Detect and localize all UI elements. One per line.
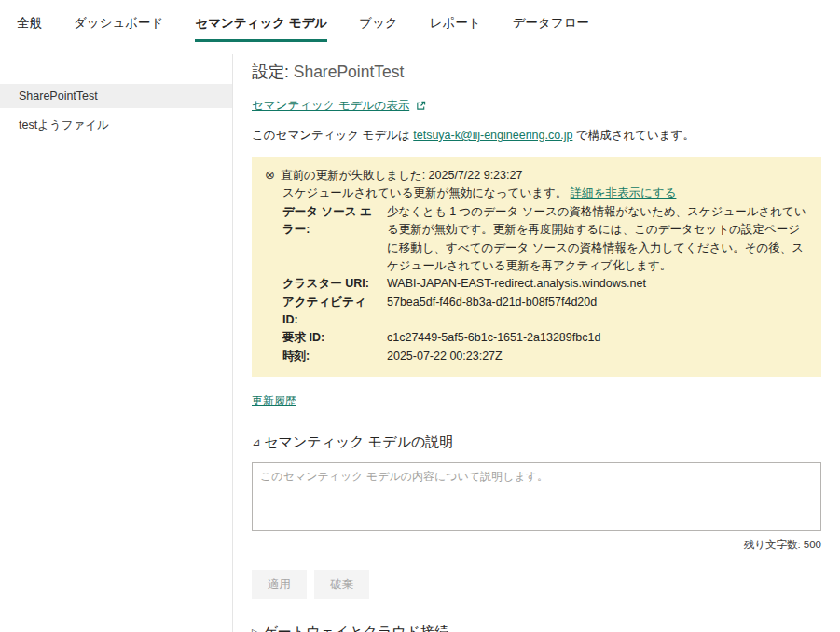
tab-semantic-models[interactable]: セマンティック モデル xyxy=(195,15,327,42)
tab-workbooks[interactable]: ブック xyxy=(359,15,397,42)
section-title-gateway: ゲートウェイとクラウド接続 xyxy=(263,624,448,632)
tab-general[interactable]: 全般 xyxy=(17,15,42,42)
configured-by-text: このセマンティック モデルは tetsuya-k@iij-engineering… xyxy=(252,128,821,144)
discard-button[interactable]: 破棄 xyxy=(314,570,369,599)
page-title: 設定: SharePointTest xyxy=(252,61,821,83)
external-link-icon xyxy=(416,101,426,111)
sidebar-item-testfile[interactable]: testようファイル xyxy=(0,112,232,139)
detail-label: クラスター URI: xyxy=(282,275,387,293)
refresh-history-link[interactable]: 更新履歴 xyxy=(252,393,296,409)
description-actions: 適用 破棄 xyxy=(252,570,821,599)
tab-dashboards[interactable]: ダッシュボード xyxy=(74,15,163,42)
detail-label: 時刻: xyxy=(282,348,387,365)
sidebar-item-sharepointtest[interactable]: SharePointTest xyxy=(0,84,232,108)
detail-value: 2025-07-22 00:23:27Z xyxy=(387,348,808,365)
settings-pane: 設定: SharePointTest セマンティック モデルの表示 このセマンテ… xyxy=(233,54,840,632)
owner-email-link[interactable]: tetsuya-k@iij-engineering.co.jp xyxy=(413,129,572,142)
detail-label: 要求 ID: xyxy=(282,329,387,347)
view-model-row: セマンティック モデルの表示 xyxy=(252,98,821,114)
refresh-disabled-line: スケジュールされている更新が無効になっています。 詳細を非表示にする xyxy=(282,185,808,202)
refresh-failure-warning: ⊗ 直前の更新が失敗しました: 2025/7/22 9:23:27 スケジュール… xyxy=(252,157,821,377)
section-title-description: セマンティック モデルの説明 xyxy=(264,433,453,451)
model-list-sidebar: SharePointTest testようファイル xyxy=(0,54,233,632)
detail-value: c1c27449-5af5-6b1c-1651-2a13289fbc1d xyxy=(387,329,808,347)
chevron-expanded-icon: ⊿ xyxy=(252,436,260,448)
configured-by-suffix: で構成されています。 xyxy=(572,129,695,142)
error-circle-icon: ⊗ xyxy=(265,166,275,185)
section-header-description[interactable]: ⊿ セマンティック モデルの説明 xyxy=(252,433,821,451)
detail-value: 少なくとも 1 つのデータ ソースの資格情報がないため、スケジュールされている更… xyxy=(387,203,808,276)
detail-value: WABI-JAPAN-EAST-redirect.analysis.window… xyxy=(387,275,808,293)
apply-button[interactable]: 適用 xyxy=(252,570,307,599)
refresh-disabled-text: スケジュールされている更新が無効になっています。 xyxy=(282,186,567,199)
page-title-prefix: 設定: xyxy=(252,62,294,81)
chevron-collapsed-icon: ▷ xyxy=(252,626,259,632)
detail-label: アクティビティ ID: xyxy=(282,294,387,330)
refresh-error-details: データ ソース エラー: 少なくとも 1 つのデータ ソースの資格情報がないため… xyxy=(282,203,808,365)
tab-reports[interactable]: レポート xyxy=(430,15,481,42)
detail-label: データ ソース エラー: xyxy=(282,203,387,276)
page-title-model-name: SharePointTest xyxy=(294,62,405,81)
hide-details-link[interactable]: 詳細を非表示にする xyxy=(571,186,677,199)
description-input[interactable] xyxy=(252,462,821,531)
content-area: SharePointTest testようファイル 設定: SharePoint… xyxy=(0,54,840,632)
section-header-gateway[interactable]: ▷ ゲートウェイとクラウド接続 xyxy=(252,624,821,632)
settings-tabbar: 全般 ダッシュボード セマンティック モデル ブック レポート データフロー xyxy=(0,0,840,42)
refresh-failure-line1: ⊗ 直前の更新が失敗しました: 2025/7/22 9:23:27 xyxy=(265,166,808,185)
refresh-failure-message: 直前の更新が失敗しました: 2025/7/22 9:23:27 xyxy=(281,167,523,185)
remaining-char-count: 残り文字数: 500 xyxy=(252,538,821,552)
view-semantic-model-link[interactable]: セマンティック モデルの表示 xyxy=(252,98,409,114)
detail-value: 57bea5df-f46d-8b3a-d21d-b08f57f4d20d xyxy=(387,294,808,330)
configured-by-prefix: このセマンティック モデルは xyxy=(252,129,413,142)
tab-dataflows[interactable]: データフロー xyxy=(513,15,589,42)
